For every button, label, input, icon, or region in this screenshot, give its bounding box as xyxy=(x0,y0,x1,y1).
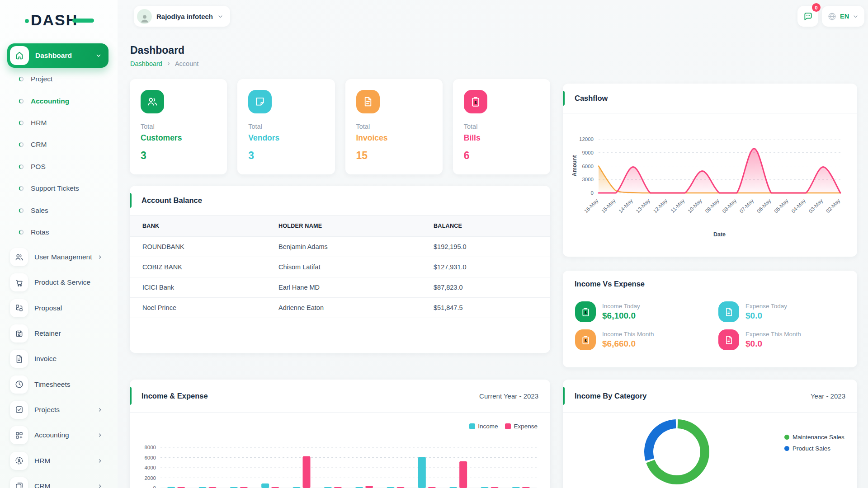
chevron-right-icon xyxy=(97,432,103,438)
sidebar-item-proposal[interactable]: Proposal xyxy=(0,296,118,321)
logo-dash-icon xyxy=(72,19,94,23)
check-square-icon xyxy=(14,405,24,414)
cart-icon xyxy=(14,278,24,287)
svg-text:8000: 8000 xyxy=(144,445,156,450)
logo-dot-icon xyxy=(25,19,29,23)
svg-text:Amount: Amount xyxy=(571,155,578,177)
svg-text:Date: Date xyxy=(713,231,726,238)
sidebar-item-invoice[interactable]: Invoice xyxy=(0,346,118,371)
company-name: Rajodiya infotech xyxy=(156,13,213,20)
breadcrumb-link-dashboard[interactable]: Dashboard xyxy=(130,60,162,67)
chart-legend: IncomeExpense xyxy=(469,423,538,430)
svg-text:03-May: 03-May xyxy=(808,198,824,214)
stat-card-customers: TotalCustomers3 xyxy=(130,79,227,174)
sidebar-item-accounting[interactable]: Accounting xyxy=(0,422,118,448)
income-vs-expense-header: Income Vs Expense xyxy=(563,271,857,297)
bullet-ring-icon xyxy=(19,76,24,82)
squares-icon xyxy=(14,481,24,488)
clipboard-dollar-icon: $ xyxy=(470,96,481,108)
bullet-ring-icon xyxy=(19,142,24,147)
column-header-bank: BANK xyxy=(130,216,266,236)
svg-text:11-May: 11-May xyxy=(670,198,685,214)
column-header-holder-name: HOLDER NAME xyxy=(266,216,421,236)
income-expense-title: Income & Expense xyxy=(142,392,208,400)
sidebar: DASH Dashboard ProjectAccountingHRMCRMPO… xyxy=(0,0,118,488)
users-icon xyxy=(14,253,24,262)
clipboard-dollar-icon: $ xyxy=(580,307,591,317)
table-cell: Chisom Latifat xyxy=(266,257,421,277)
cashflow-chart: 03000600090001200016-May15-May14-May13-M… xyxy=(563,113,857,255)
table-row: ICICI BankEarl Hane MD$87,823.0 xyxy=(130,277,550,297)
sidebar-item-retainer[interactable]: Retainer xyxy=(0,321,118,346)
svg-text:06-May: 06-May xyxy=(756,198,772,214)
bullet-ring-icon xyxy=(19,186,24,191)
sidebar-item-support-tickets[interactable]: Support Tickets xyxy=(0,178,118,199)
chevron-right-icon xyxy=(97,458,103,464)
sidebar-item-rotas[interactable]: Rotas xyxy=(0,221,118,243)
file-icon xyxy=(724,307,734,317)
svg-text:10-May: 10-May xyxy=(687,198,703,214)
sidebar-item-timesheets[interactable]: Timesheets xyxy=(0,371,118,397)
chart-legend: Maintenance SalesProduct Sales xyxy=(784,434,844,456)
svg-text:09-May: 09-May xyxy=(704,198,720,214)
chevron-down-icon xyxy=(95,52,102,59)
stat-cards-row: TotalCustomers3TotalVendors3TotalInvoice… xyxy=(130,79,550,174)
svg-text:02-May: 02-May xyxy=(825,198,841,214)
column-header-balance: BALANCE xyxy=(421,216,550,236)
svg-text:08-May: 08-May xyxy=(722,198,738,214)
page-title: Dashboard xyxy=(130,44,184,56)
table-cell: Adrienne Eaton xyxy=(266,297,421,318)
sidebar-active-label: Dashboard xyxy=(35,52,95,60)
table-cell: Earl Hane MD xyxy=(266,277,421,297)
legend-item: Expense xyxy=(505,423,538,430)
sidebar-item-crm[interactable]: CRM xyxy=(0,134,118,155)
account-balance-title: Account Balance xyxy=(142,196,202,205)
account-balance-card: Account Balance BANKHOLDER NAMEBALANCE R… xyxy=(130,186,550,353)
company-selector[interactable]: Rajodiya infotech xyxy=(134,6,230,27)
person-icon xyxy=(139,12,151,24)
breadcrumb: Dashboard Account xyxy=(130,60,198,67)
sidebar-item-projects[interactable]: Projects xyxy=(0,397,118,422)
table-cell: Noel Prince xyxy=(130,297,266,318)
income-vs-expense-tiles: $Income Today$6,100.0Expense Today$0.0$I… xyxy=(575,301,848,350)
legend-item: Income xyxy=(469,423,498,430)
income-vs-expense-title: Income Vs Expense xyxy=(575,280,645,288)
sidebar-item-pos[interactable]: POS xyxy=(0,156,118,178)
table-row: ROUNDBANKBenjamin Adams$192,195.0 xyxy=(130,236,550,257)
save-icon xyxy=(14,329,24,338)
logo-text: DASH xyxy=(31,11,78,29)
chevron-down-icon xyxy=(217,13,224,20)
bullet-ring-icon xyxy=(19,99,24,104)
table-cell: $87,823.0 xyxy=(421,277,550,297)
svg-text:0: 0 xyxy=(591,190,594,196)
dashboard-page: DASH Dashboard ProjectAccountingHRMCRMPO… xyxy=(0,0,868,488)
stat-card-vendors: TotalVendors3 xyxy=(237,79,335,174)
sidebar-item-dashboard[interactable]: Dashboard xyxy=(7,43,108,68)
app-logo[interactable]: DASH xyxy=(25,10,78,30)
sidebar-item-project[interactable]: Project xyxy=(0,68,118,90)
home-icon xyxy=(10,46,29,65)
table-row: Noel PrinceAdrienne Eaton$51,847.5 xyxy=(130,297,550,318)
language-selector[interactable]: EN xyxy=(822,6,864,27)
proposal-icon xyxy=(14,303,24,313)
income-by-category-card: Income By Category Year - 2023 Maintenan… xyxy=(563,380,857,488)
table-cell: $192,195.0 xyxy=(421,236,550,257)
sidebar-item-hrm[interactable]: HRM xyxy=(0,112,118,134)
chevron-down-icon xyxy=(852,13,859,20)
svg-text:6000: 6000 xyxy=(144,455,156,460)
sidebar-item-crm[interactable]: CRM xyxy=(0,474,118,488)
income-by-category-title: Income By Category xyxy=(575,392,647,400)
income-by-category-period: Year - 2023 xyxy=(811,392,845,400)
chevron-right-icon xyxy=(166,61,171,66)
sidebar-item-product-service[interactable]: Product & Service xyxy=(0,270,118,295)
sidebar-item-user-management[interactable]: User Management xyxy=(0,244,118,270)
sidebar-item-hrm[interactable]: HRM xyxy=(0,448,118,473)
sidebar-item-sales[interactable]: Sales xyxy=(0,199,118,221)
notifications-button[interactable]: 0 xyxy=(797,6,818,27)
sidebar-item-accounting[interactable]: Accounting xyxy=(0,90,118,112)
svg-text:13-May: 13-May xyxy=(635,198,651,214)
svg-text:12000: 12000 xyxy=(579,136,594,142)
users-icon xyxy=(146,96,158,108)
svg-text:3000: 3000 xyxy=(582,177,594,182)
svg-text:05-May: 05-May xyxy=(773,198,789,214)
